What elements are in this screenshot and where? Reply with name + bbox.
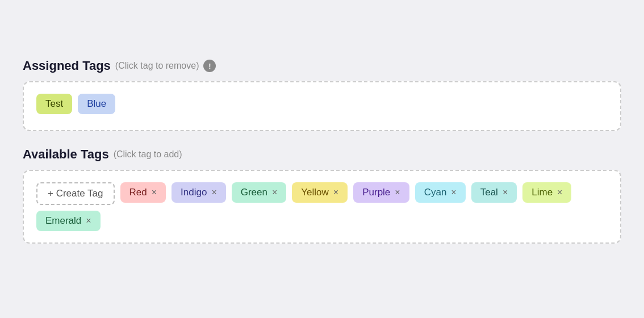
tag-label-cyan: Cyan	[424, 187, 447, 198]
remove-tag-teal-button[interactable]: ×	[503, 188, 508, 197]
assigned-tags-title: Assigned Tags	[23, 58, 111, 73]
tag-label-indigo: Indigo	[181, 187, 207, 198]
remove-tag-emerald-button[interactable]: ×	[86, 216, 91, 225]
available-tag-purple[interactable]: Purple×	[353, 182, 409, 203]
assigned-tag-blue[interactable]: Blue	[78, 94, 115, 114]
available-tags-section: Available Tags (Click tag to add) + Crea…	[23, 147, 621, 244]
available-tag-red[interactable]: Red×	[120, 182, 166, 203]
available-tag-lime[interactable]: Lime×	[522, 182, 571, 203]
remove-tag-red-button[interactable]: ×	[152, 188, 157, 197]
available-tag-indigo[interactable]: Indigo×	[172, 182, 226, 203]
assigned-tags-section: Assigned Tags (Click tag to remove) ! Te…	[23, 58, 621, 131]
assigned-tag-test[interactable]: Test	[36, 94, 72, 114]
available-tags-subtitle: (Click tag to add)	[114, 149, 182, 160]
tag-label-purple: Purple	[362, 187, 390, 198]
remove-tag-green-button[interactable]: ×	[272, 188, 277, 197]
available-tag-emerald[interactable]: Emerald×	[36, 211, 101, 231]
remove-tag-indigo-button[interactable]: ×	[211, 188, 216, 197]
tag-label-emerald: Emerald	[45, 215, 81, 227]
remove-tag-lime-button[interactable]: ×	[557, 188, 562, 197]
tag-label-yellow: Yellow	[301, 187, 329, 198]
available-tags-header: Available Tags (Click tag to add)	[23, 147, 621, 162]
remove-tag-purple-button[interactable]: ×	[395, 188, 400, 197]
assigned-tags-subtitle: (Click tag to remove)	[115, 61, 199, 71]
tag-label-green: Green	[241, 187, 267, 198]
assigned-tags-header: Assigned Tags (Click tag to remove) !	[23, 58, 621, 73]
create-tag-button[interactable]: + Create Tag	[36, 182, 115, 205]
tag-label-lime: Lime	[532, 187, 553, 198]
tag-label-red: Red	[129, 187, 147, 198]
assigned-tags-info-icon[interactable]: !	[203, 60, 216, 72]
available-tags-box: + Create TagRed×Indigo×Green×Yellow×Purp…	[23, 170, 621, 244]
main-container: Assigned Tags (Click tag to remove) ! Te…	[11, 41, 633, 277]
available-tags-title: Available Tags	[23, 147, 109, 162]
remove-tag-cyan-button[interactable]: ×	[451, 188, 456, 197]
tag-label-teal: Teal	[480, 187, 498, 198]
available-tag-cyan[interactable]: Cyan×	[415, 182, 466, 203]
available-tag-yellow[interactable]: Yellow×	[292, 182, 348, 203]
available-tag-teal[interactable]: Teal×	[471, 182, 517, 203]
assigned-tags-box: TestBlue	[23, 81, 621, 131]
available-tag-green[interactable]: Green×	[232, 182, 287, 203]
remove-tag-yellow-button[interactable]: ×	[333, 188, 338, 197]
